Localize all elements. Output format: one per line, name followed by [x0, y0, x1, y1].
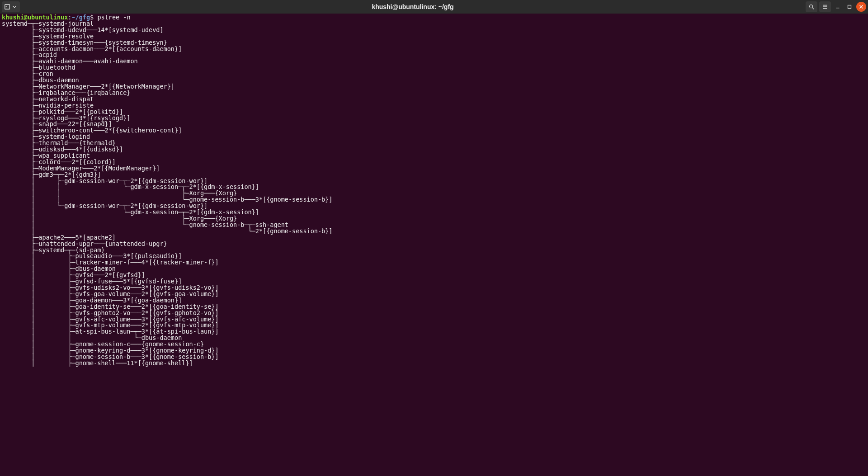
window-title: khushi@ubuntulinux: ~/gfg [372, 3, 453, 10]
pstree-output: systemd─┬─systemd-journal ├─systemd-udev… [2, 21, 866, 367]
close-button[interactable] [856, 2, 866, 12]
close-icon [858, 4, 864, 10]
hamburger-icon [822, 4, 828, 10]
maximize-button[interactable] [844, 2, 854, 12]
svg-point-1 [810, 5, 813, 8]
search-button[interactable] [806, 1, 817, 12]
prompt-command: pstree -n [97, 14, 130, 21]
title-bar: khushi@ubuntulinux: ~/gfg [0, 0, 868, 14]
chevron-down-icon [11, 4, 18, 10]
svg-rect-2 [848, 5, 851, 9]
prompt-line: khushi@ubuntulinux:~/gfg$ pstree -n [2, 14, 866, 21]
minimize-button[interactable] [833, 2, 843, 12]
minimize-icon [835, 4, 841, 10]
new-tab-button[interactable] [2, 1, 20, 12]
terminal[interactable]: khushi@ubuntulinux:~/gfg$ pstree -n syst… [0, 14, 868, 476]
terminal-icon [4, 4, 10, 10]
search-icon [808, 4, 815, 10]
menu-button[interactable] [819, 1, 831, 12]
maximize-icon [846, 4, 853, 10]
